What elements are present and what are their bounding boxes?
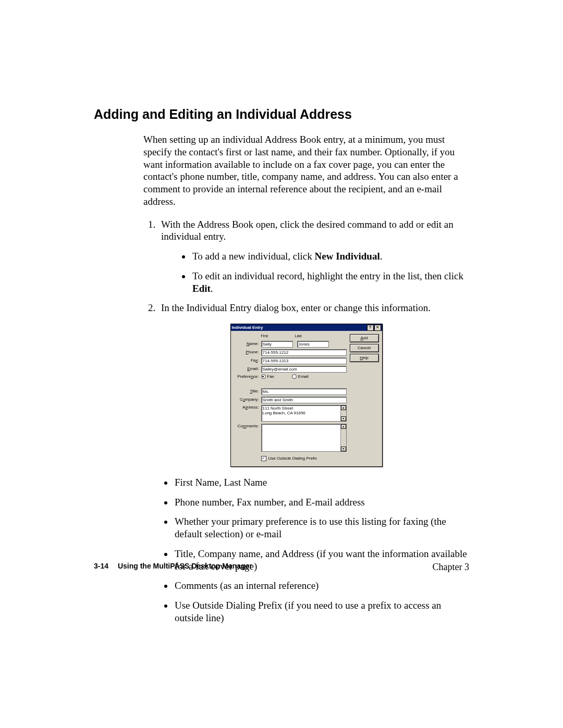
email-field[interactable]: Salley@email.com [261,366,347,373]
help-button[interactable]: Help [350,354,379,362]
cancel-button[interactable]: Cancel [350,344,379,352]
address-line1: 111 North Street [263,406,345,411]
step1-b2-post: . [211,283,213,294]
step-2-text: In the Individual Entry dialog box, ente… [161,302,431,313]
intro-paragraph: When setting up an individual Address Bo… [143,133,469,208]
info-bullet-name: First Name, Last Name [174,476,469,489]
company-label: Company: [234,397,261,402]
info-bullet-comments: Comments (as an internal reference) [174,579,469,592]
add-button[interactable]: Add [350,334,379,342]
comments-field[interactable]: ▴ ▾ [261,424,347,452]
address-scrollbar[interactable]: ▴ ▾ [340,405,346,421]
fax-field[interactable]: 714-555-1313 [261,357,347,364]
pref-email-radio[interactable] [292,374,297,379]
comments-scrollbar[interactable]: ▴ ▾ [340,424,346,451]
help-icon[interactable]: ? [367,325,374,331]
comments-label: Comments: [234,424,261,429]
last-sublabel: Last [295,334,325,339]
use-prefix-label: Use Outside Dialing Prefix [268,456,317,461]
address-line2: Long Beach, CA 91650 [263,411,345,415]
scroll-up-icon[interactable]: ▴ [341,405,346,410]
address-label: Address: [234,405,261,410]
dialog-titlebar[interactable]: Individual Entry ? × [231,324,382,331]
email-label: Email: [234,366,261,372]
company-field[interactable]: Smith and Smith [261,397,347,403]
pref-email-text: Email [298,374,309,379]
info-bullet-preference: Whether your primary preference is to us… [174,515,469,540]
address-field[interactable]: 111 North Street Long Beach, CA 91650 ▴ … [261,405,347,422]
name-label: Name: [234,341,261,347]
step-1-text: With the Address Book open, click the de… [161,219,454,242]
step-1: With the Address Book open, click the de… [158,218,469,295]
phone-field[interactable]: 714-555-1212 [261,349,347,356]
page-number: 3-14 [94,562,108,570]
title-field[interactable]: Ms. [261,388,347,395]
edit-label: Edit [192,283,211,294]
info-bullet-contact: Phone number, Fax number, and E-mail add… [174,496,469,509]
footer-title: Using the MultiPASS Desktop Manager [118,562,252,570]
step-2: In the Individual Entry dialog box, ente… [158,302,469,314]
step1-b1-pre: To add a new individual, click [192,251,315,262]
dialog-title: Individual Entry [232,325,366,330]
phone-label: Phone: [234,350,261,355]
individual-entry-dialog: Individual Entry ? × First Last [230,324,383,467]
chapter-label: Chapter 3 [433,562,469,573]
pref-fax-radio[interactable] [261,374,266,379]
page-footer: 3-14 Using the MultiPASS Desktop Manager… [94,562,469,573]
scroll-down-icon[interactable]: ▾ [341,447,346,451]
title-label: Title: [234,389,261,394]
pref-fax-text: Fax [267,374,274,379]
fax-label: Fax: [234,358,261,363]
close-icon[interactable]: × [374,325,381,331]
last-name-field[interactable]: Jones [297,341,329,348]
scroll-up-icon[interactable]: ▴ [341,424,346,429]
section-heading: Adding and Editing an Individual Address [94,107,469,122]
first-name-field[interactable]: Sally [261,341,293,348]
first-sublabel: First [261,334,291,339]
use-prefix-checkbox[interactable]: ✓ [261,456,266,461]
preference-label: Preference: [234,374,261,379]
step1-b1-post: . [380,251,383,262]
info-bullet-prefix: Use Outside Dialing Prefix (if you need … [174,599,469,624]
step1-b2-pre: To edit an individual record, highlight … [192,270,463,281]
step1-bullet-add: To add a new individual, click New Indiv… [191,250,469,263]
step1-bullet-edit: To edit an individual record, highlight … [191,270,469,295]
scroll-down-icon[interactable]: ▾ [341,416,346,421]
new-individual-label: New Individual [315,251,380,262]
